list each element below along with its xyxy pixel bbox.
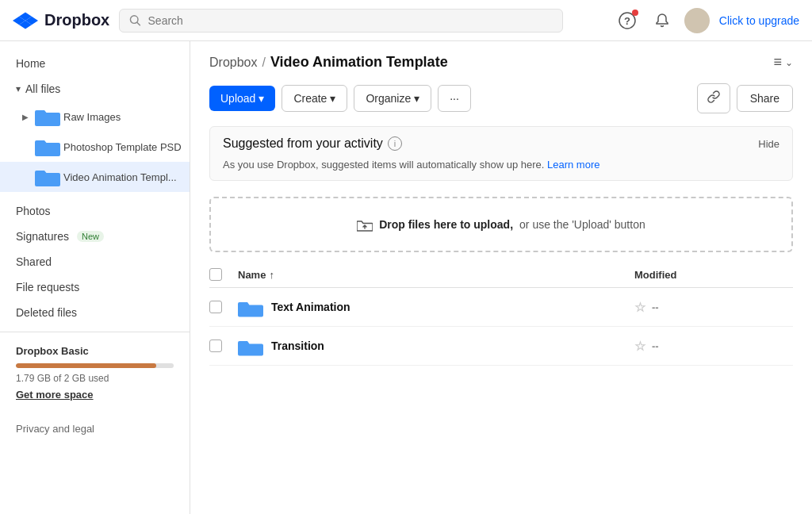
file-requests-label: File requests bbox=[16, 281, 79, 293]
link-icon bbox=[707, 90, 720, 103]
storage-bar-fill bbox=[16, 363, 156, 368]
toolbar: Upload ▾ Create ▾ Organize ▾ ··· bbox=[190, 77, 812, 120]
create-label: Create bbox=[293, 92, 327, 105]
row-checkbox-col bbox=[209, 301, 238, 313]
breadcrumb-separator: / bbox=[262, 56, 265, 70]
drop-zone[interactable]: Drop files here to upload, or use the 'U… bbox=[209, 197, 793, 252]
sidebar: Home ▾ All files ▶ Raw Images Photoshop … bbox=[0, 41, 190, 514]
help-button[interactable]: ? bbox=[615, 8, 640, 33]
logo-text: Dropbox bbox=[44, 11, 109, 29]
modified-column-header: Modified bbox=[634, 269, 793, 281]
topbar-right: ? Click to upgrade bbox=[615, 8, 799, 33]
more-button[interactable]: ··· bbox=[438, 85, 471, 112]
info-icon[interactable]: i bbox=[388, 136, 402, 151]
modified-value: -- bbox=[652, 301, 659, 313]
table-row: Text Animation ☆ -- bbox=[209, 288, 793, 327]
row-name-col: Text Animation bbox=[238, 296, 634, 318]
modified-value: -- bbox=[652, 340, 659, 352]
header-view-toggle[interactable]: ≡ ⌄ bbox=[773, 54, 793, 71]
notifications-button[interactable] bbox=[649, 8, 675, 33]
folder-icon bbox=[35, 166, 60, 188]
home-label: Home bbox=[16, 57, 45, 70]
suggested-description-text: As you use Dropbox, suggested items will… bbox=[223, 159, 544, 171]
main-layout: Home ▾ All files ▶ Raw Images Photoshop … bbox=[0, 41, 812, 514]
star-icon[interactable]: ☆ bbox=[634, 300, 645, 315]
breadcrumb-root[interactable]: Dropbox bbox=[209, 56, 257, 70]
content-area: Dropbox / Video Animation Template ≡ ⌄ U… bbox=[190, 41, 812, 514]
bell-icon bbox=[654, 13, 670, 29]
row-checkbox[interactable] bbox=[209, 339, 222, 352]
dropbox-logo-icon bbox=[13, 8, 38, 33]
row-modified-col: ☆ -- bbox=[634, 300, 793, 315]
name-label: Name bbox=[238, 269, 266, 281]
tree-item-raw-images[interactable]: ▶ Raw Images bbox=[0, 102, 190, 132]
sidebar-item-home[interactable]: Home bbox=[0, 51, 190, 76]
header-checkbox-col bbox=[209, 268, 238, 281]
organize-label: Organize bbox=[366, 92, 411, 105]
table-row: Transition ☆ -- bbox=[209, 327, 793, 366]
drop-zone-bold-text: Drop files here to upload, bbox=[379, 218, 513, 231]
all-files-label: All files bbox=[25, 82, 60, 95]
file-name[interactable]: Text Animation bbox=[271, 301, 350, 313]
search-icon bbox=[129, 14, 141, 27]
folder-icon bbox=[35, 136, 60, 158]
breadcrumb-current: Video Animation Template bbox=[270, 54, 448, 71]
suggested-section: Suggested from your activity i Hide As y… bbox=[209, 126, 793, 181]
row-checkbox[interactable] bbox=[209, 301, 222, 313]
notification-badge bbox=[632, 10, 638, 16]
content-header: Dropbox / Video Animation Template ≡ ⌄ bbox=[190, 41, 812, 77]
organize-chevron-icon: ▾ bbox=[414, 92, 419, 105]
learn-more-link[interactable]: Learn more bbox=[547, 159, 599, 171]
privacy-link[interactable]: Privacy and legal bbox=[0, 413, 190, 444]
sidebar-item-signatures[interactable]: Signatures New bbox=[0, 224, 190, 249]
sidebar-item-deleted-files[interactable]: Deleted files bbox=[0, 300, 190, 325]
suggested-description: As you use Dropbox, suggested items will… bbox=[223, 159, 779, 171]
organize-button[interactable]: Organize ▾ bbox=[354, 85, 431, 112]
row-modified-col: ☆ -- bbox=[634, 339, 793, 354]
new-badge: New bbox=[77, 231, 104, 242]
name-column-header[interactable]: Name ↑ bbox=[238, 269, 634, 281]
file-list: Name ↑ Modified Text Animation bbox=[209, 262, 793, 366]
sidebar-item-shared[interactable]: Shared bbox=[0, 249, 190, 274]
folder-icon bbox=[238, 296, 263, 318]
tree-item-label: Raw Images bbox=[63, 111, 121, 123]
more-label: ··· bbox=[450, 92, 459, 105]
hide-button[interactable]: Hide bbox=[758, 138, 779, 150]
search-input[interactable] bbox=[148, 14, 553, 27]
tree-item-label: Photoshop Template PSD bbox=[63, 141, 182, 153]
avatar[interactable] bbox=[684, 8, 710, 33]
deleted-files-label: Deleted files bbox=[16, 306, 77, 319]
folder-icon bbox=[35, 105, 60, 128]
star-icon[interactable]: ☆ bbox=[634, 339, 645, 354]
folder-icon bbox=[238, 335, 263, 357]
tree-item-video-animation[interactable]: Video Animation Templ... bbox=[0, 162, 190, 192]
upload-button[interactable]: Upload ▾ bbox=[209, 86, 275, 111]
drop-zone-rest-text: or use the 'Upload' button bbox=[519, 218, 645, 231]
create-chevron-icon: ▾ bbox=[330, 92, 335, 105]
sidebar-item-file-requests[interactable]: File requests bbox=[0, 274, 190, 300]
upload-label: Upload bbox=[220, 92, 255, 105]
create-button[interactable]: Create ▾ bbox=[282, 85, 347, 112]
upload-folder-icon bbox=[357, 217, 373, 232]
breadcrumb: Dropbox / Video Animation Template bbox=[209, 54, 448, 71]
row-name-col: Transition bbox=[238, 335, 634, 357]
row-checkbox-col bbox=[209, 339, 238, 352]
file-name[interactable]: Transition bbox=[271, 339, 324, 352]
search-bar[interactable] bbox=[119, 9, 563, 33]
svg-text:?: ? bbox=[624, 15, 630, 27]
tree-expand-icon: ▶ bbox=[22, 113, 32, 121]
upload-chevron-icon: ▾ bbox=[259, 92, 264, 105]
share-button[interactable]: Share bbox=[737, 85, 793, 112]
copy-link-button[interactable] bbox=[697, 83, 730, 113]
suggested-header: Suggested from your activity i Hide bbox=[223, 136, 779, 151]
select-all-checkbox[interactable] bbox=[209, 268, 222, 281]
suggested-title-text: Suggested from your activity bbox=[223, 136, 383, 151]
upgrade-button[interactable]: Click to upgrade bbox=[719, 14, 799, 27]
signatures-label: Signatures bbox=[16, 230, 69, 243]
storage-label: Dropbox Basic bbox=[16, 345, 174, 357]
sidebar-item-photos[interactable]: Photos bbox=[0, 198, 190, 224]
sidebar-item-all-files[interactable]: ▾ All files bbox=[0, 76, 190, 102]
get-more-space-link[interactable]: Get more space bbox=[16, 389, 174, 401]
photos-label: Photos bbox=[16, 205, 51, 217]
tree-item-photoshop[interactable]: Photoshop Template PSD bbox=[0, 132, 190, 162]
